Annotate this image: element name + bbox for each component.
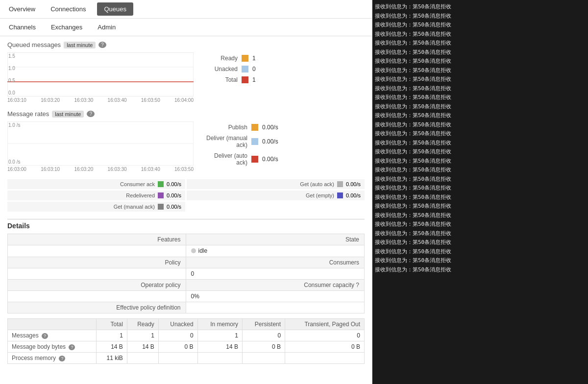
log-line: 接收到信息为：第50条消息拒收 <box>375 39 586 48</box>
second-nav: Channels Exchanges Admin <box>0 19 372 36</box>
row-body-bytes-text: Message body bytes <box>12 343 66 350</box>
log-line: 接收到信息为：第50条消息拒收 <box>375 247 586 257</box>
legend-deliver-auto-color <box>251 156 258 163</box>
detail-op-policy-label: Operator policy <box>8 280 186 291</box>
log-line: 接收到信息为：第50条消息拒收 <box>375 202 586 211</box>
queued-messages-badge[interactable]: last minute <box>64 42 96 48</box>
rates-xaxis: 16:03:00 16:03:10 16:03:20 16:03:30 16:0… <box>7 167 194 172</box>
ack-redelivered-value: 0.00/s <box>167 192 181 198</box>
nav-overview[interactable]: Overview <box>5 3 39 15</box>
ack-consumer-value: 0.00/s <box>167 181 181 187</box>
legend-publish-value: 0.00/s <box>262 124 278 131</box>
svg-rect-4 <box>7 52 194 96</box>
ack-get-manual-color <box>158 204 164 210</box>
row-messages-transient: 0 <box>285 330 365 341</box>
row-messages-inmemory: 1 <box>197 330 242 341</box>
log-line: 接收到信息为：第50条消息拒收 <box>375 166 586 175</box>
log-line: 接收到信息为：第50条消息拒收 <box>375 229 586 239</box>
rates-y-bottom: 0.0 /s <box>8 159 20 165</box>
ack-get-manual: Get (manual ack) 0.00/s <box>7 202 185 212</box>
legend-total-label: Total <box>203 76 238 83</box>
log-line: 接收到信息为：第50条消息拒收 <box>375 256 586 265</box>
messages-table: Total Ready Unacked In memory Persistent… <box>7 318 365 364</box>
legend-ready-label: Ready <box>203 55 238 62</box>
x-label-3: 16:03:40 <box>108 97 127 103</box>
state-idle-text: idle <box>198 247 208 254</box>
nav-connections[interactable]: Connections <box>47 3 90 15</box>
detail-features-value <box>8 245 186 257</box>
legend-publish: Publish 0.00/s <box>203 124 278 131</box>
detail-op-policy-value <box>8 291 186 302</box>
rx-4: 16:03:40 <box>141 167 160 172</box>
ack-consumer: Consumer ack 0.00/s <box>7 179 185 189</box>
rx-5: 16:03:50 <box>174 167 194 172</box>
ack-get-auto-color <box>337 181 343 187</box>
log-line: 接收到信息为：第50条消息拒收 <box>375 57 586 66</box>
queued-messages-svg <box>7 52 194 96</box>
ack-get-empty: Get (empty) 0.00/s <box>187 191 365 200</box>
nav-queues-button[interactable]: Queues <box>97 2 133 16</box>
detail-state-label: State <box>186 234 365 245</box>
legend-unacked-label: Unacked <box>203 66 238 72</box>
detail-policy-label: Policy <box>8 257 186 268</box>
rx-3: 16:03:30 <box>108 167 127 172</box>
detail-capacity-value: 0% <box>186 291 365 302</box>
x-label-5: 16:04:00 <box>174 97 194 103</box>
ack-get-auto-label: Get (auto ack) <box>191 181 334 187</box>
legend-deliver-manual: Deliver (manual ack) 0.00/s <box>203 135 278 148</box>
log-line: 接收到信息为：第50条消息拒收 <box>375 139 586 148</box>
row-process-memory-transient <box>285 353 365 364</box>
message-rates-svg <box>7 121 194 166</box>
messages-help-icon[interactable]: ? <box>42 333 48 339</box>
message-rates-help[interactable]: ? <box>87 111 95 117</box>
detail-features-label: Features <box>8 234 186 245</box>
nav-exchanges[interactable]: Exchanges <box>47 21 86 33</box>
row-messages-persistent: 0 <box>242 330 285 341</box>
col-persistent: Persistent <box>242 319 285 330</box>
message-rates-badge[interactable]: last minute <box>52 111 84 118</box>
details-header: Details <box>7 222 365 230</box>
nav-channels[interactable]: Channels <box>5 21 40 33</box>
nav-admin[interactable]: Admin <box>94 21 120 33</box>
col-ready: Ready <box>127 319 158 330</box>
row-body-bytes-unacked: 0 B <box>158 341 197 353</box>
row-process-memory-inmemory <box>197 353 242 364</box>
queued-messages-chart-container: 1.5 1.0 0.5 0.0 16:03:10 16:03:20 16:03:… <box>7 52 365 103</box>
message-rates-label: Message rates <box>7 110 49 118</box>
top-nav: Overview Connections Queues <box>0 0 372 19</box>
legend-unacked: Unacked 0 <box>203 66 256 72</box>
queued-messages-help[interactable]: ? <box>98 42 106 48</box>
legend-ready-value: 1 <box>252 55 256 62</box>
col-unacked: Unacked <box>158 319 197 330</box>
log-line: 接收到信息为：第50条消息拒收 <box>375 220 586 229</box>
legend-deliver-auto-label: Deliver (auto ack) <box>203 152 247 166</box>
ack-get-empty-label: Get (empty) <box>191 192 334 198</box>
process-memory-help-icon[interactable]: ? <box>59 356 65 361</box>
legend-ready-color <box>242 55 248 62</box>
ack-redelivered: Redelivered 0.00/s <box>7 191 185 200</box>
x-label-1: 16:03:20 <box>41 97 60 103</box>
y-axis-1: 1.5 <box>8 53 15 59</box>
col-transient: Transient, Paged Out <box>285 319 365 330</box>
queued-messages-xaxis: 16:03:10 16:03:20 16:03:30 16:03:40 16:0… <box>7 97 194 103</box>
rx-0: 16:03:00 <box>7 167 26 172</box>
ack-get-auto-value: 0.00/s <box>346 181 361 187</box>
rx-1: 16:03:10 <box>41 167 60 172</box>
row-body-bytes-persistent: 0 B <box>242 341 285 353</box>
ack-rates-grid: Consumer ack 0.00/s Get (auto ack) 0.00/… <box>7 179 365 212</box>
log-line: 接收到信息为：第50条消息拒收 <box>375 111 586 120</box>
ack-get-manual-value: 0.00/s <box>167 204 181 210</box>
ack-get-manual-label: Get (manual ack) <box>11 204 155 210</box>
log-line: 接收到信息为：第50条消息拒收 <box>375 93 586 102</box>
log-line: 接收到信息为：第50条消息拒收 <box>375 12 586 21</box>
row-process-memory-total: 11 kiB <box>97 353 127 364</box>
ack-get-empty-value: 0.00/s <box>346 192 361 198</box>
ack-get-auto: Get (auto ack) 0.00/s <box>187 179 365 189</box>
capacity-help[interactable]: ? <box>356 282 359 288</box>
state-dot <box>191 248 196 253</box>
col-total: Total <box>97 319 127 330</box>
body-bytes-help-icon[interactable]: ? <box>69 344 75 350</box>
x-label-2: 16:03:30 <box>74 97 93 103</box>
row-process-memory-ready <box>127 353 158 364</box>
ack-consumer-color <box>158 181 164 187</box>
